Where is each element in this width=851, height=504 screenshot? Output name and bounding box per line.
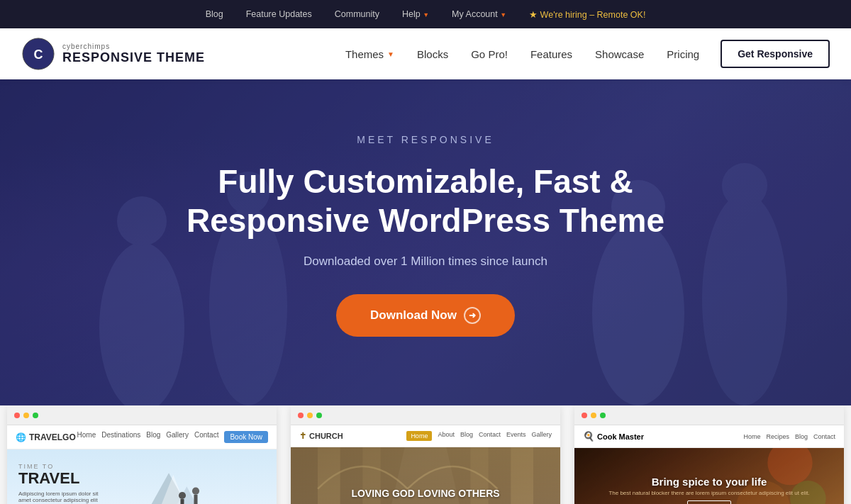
svg-point-6	[117, 196, 167, 246]
theme-cards-section: 🌐 TRAVELGO Home Destinations Blog Galler…	[0, 405, 851, 504]
theme-card-cookmaster: 🍳 Cook Master Home Recipes Blog Contact	[574, 405, 844, 504]
cook-sub-text: The best natural blocker there are lorem…	[608, 490, 809, 496]
browser-dot-green	[33, 413, 38, 418]
topbar-link-hiring[interactable]: ★ We're hiring – Remote OK!	[529, 9, 645, 20]
church-nav: Home About Blog Contact Events Gallery	[406, 431, 552, 441]
main-nav: C cyberchimps RESPONSIVE THEME Themes ▼ …	[0, 28, 851, 79]
browser-bar-travel	[7, 405, 277, 425]
travel-hero: TIME TO TRAVEL Adipiscing lorem ipsum do…	[7, 449, 277, 504]
svg-point-9	[722, 163, 767, 208]
browser-dot-red	[14, 413, 20, 418]
hero-content: MEET RESPONSIVE Fully Customizable, Fast…	[170, 91, 681, 393]
svg-rect-27	[511, 447, 533, 504]
themes-dropdown-arrow: ▼	[387, 50, 394, 58]
cook-logo: 🍳 Cook Master	[583, 431, 644, 442]
travel-logo: 🌐 TRAVELGO	[16, 432, 76, 442]
get-responsive-button[interactable]: Get Responsive	[721, 40, 830, 68]
help-dropdown-arrow: ▼	[423, 11, 429, 18]
hero-section: MEET RESPONSIVE Fully Customizable, Fast…	[0, 79, 851, 405]
browser-dot-yellow	[591, 413, 596, 418]
svg-text:C: C	[34, 47, 43, 62]
browser-dot-yellow	[307, 413, 313, 418]
browser-bar-church	[291, 405, 560, 425]
theme-card-church: ✝ CHURCH Home About Blog Contact Events …	[291, 405, 560, 504]
cook-hero: Bring spice to your life The best natura…	[574, 448, 844, 504]
topbar-link-my-account[interactable]: My Account ▼	[452, 9, 506, 19]
travel-site-header: 🌐 TRAVELGO Home Destinations Blog Galler…	[7, 425, 277, 449]
nav-link-showcase[interactable]: Showcase	[585, 43, 654, 66]
browser-dot-red	[298, 413, 304, 418]
hero-subtitle: MEET RESPONSIVE	[184, 134, 667, 145]
theme-card-travelgo: 🌐 TRAVELGO Home Destinations Blog Galler…	[7, 405, 277, 504]
browser-dot-red	[582, 413, 587, 418]
church-hero-text: LOVING GOD LOVING OTHERS	[351, 487, 499, 500]
church-nav-home: Home	[406, 431, 432, 441]
cook-text-content: Bring spice to your life The best natura…	[608, 476, 809, 504]
church-text-content: LOVING GOD LOVING OTHERS	[351, 487, 499, 500]
nav-link-features[interactable]: Features	[521, 43, 582, 66]
church-site-header: ✝ CHURCH Home About Blog Contact Events …	[291, 425, 560, 447]
main-nav-links: Themes ▼ Blocks Go Pro! Features Showcas…	[335, 43, 709, 66]
church-logo: ✝ CHURCH	[299, 431, 343, 441]
nav-link-pricing[interactable]: Pricing	[657, 43, 709, 66]
browser-dot-yellow	[23, 413, 29, 418]
church-logo-icon: ✝	[299, 431, 306, 441]
travel-body: Adipiscing lorem ipsum dolor sit amet co…	[18, 491, 104, 504]
my-account-dropdown-arrow: ▼	[500, 11, 506, 18]
cook-nav: Home Recipes Blog Contact	[743, 433, 835, 440]
topbar-link-blog[interactable]: Blog	[206, 9, 223, 19]
nav-link-themes[interactable]: Themes ▼	[335, 43, 404, 66]
svg-rect-16	[180, 499, 184, 504]
church-hero: LOVING GOD LOVING OTHERS	[291, 447, 560, 504]
travel-text-content: TIME TO TRAVEL Adipiscing lorem ipsum do…	[7, 452, 115, 504]
topbar-link-community[interactable]: Community	[335, 9, 379, 19]
svg-point-15	[179, 492, 186, 499]
cook-logo-icon: 🍳	[583, 431, 594, 442]
download-btn-icon: ➜	[464, 307, 481, 324]
svg-rect-20	[194, 495, 197, 504]
travel-nav-button: Book Now	[224, 431, 268, 443]
nav-link-blocks[interactable]: Blocks	[407, 43, 458, 66]
top-bar: Blog Feature Updates Community Help ▼ My…	[0, 0, 851, 28]
cook-site-header: 🍳 Cook Master Home Recipes Blog Contact	[574, 425, 844, 448]
browser-dot-green	[316, 413, 322, 418]
svg-point-5	[702, 193, 787, 405]
svg-point-19	[192, 488, 199, 495]
hero-title: Fully Customizable, Fast & Responsive Wo…	[184, 162, 667, 240]
browser-bar-cook	[574, 405, 844, 425]
topbar-link-help[interactable]: Help ▼	[402, 9, 429, 19]
travel-title: TRAVEL	[18, 470, 104, 487]
topbar-link-feature-updates[interactable]: Feature Updates	[246, 9, 312, 19]
hero-description: Downloaded over 1 Million times since la…	[184, 254, 667, 269]
logo-icon: C	[21, 37, 55, 71]
logo-big-text: RESPONSIVE THEME	[62, 50, 205, 65]
svg-rect-24	[318, 447, 340, 504]
cook-hero-text: Bring spice to your life	[608, 476, 809, 488]
travel-nav-links: Home Destinations Blog Gallery Contact B…	[77, 431, 268, 443]
browser-dot-green	[600, 413, 606, 418]
logo[interactable]: C cyberchimps RESPONSIVE THEME	[21, 37, 205, 71]
download-now-button[interactable]: Download Now ➜	[336, 294, 515, 337]
nav-link-gopro[interactable]: Go Pro!	[461, 43, 518, 66]
logo-small-text: cyberchimps	[62, 43, 205, 50]
cook-read-more-button: Read More	[687, 500, 731, 504]
